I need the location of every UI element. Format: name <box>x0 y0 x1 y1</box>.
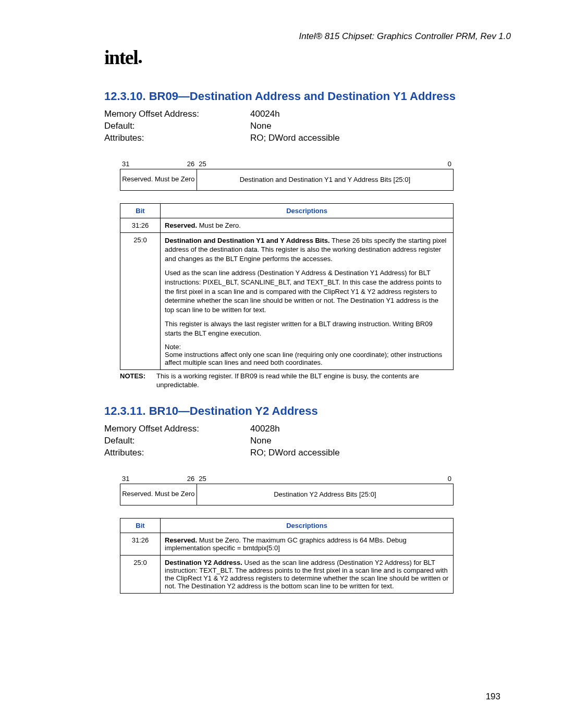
section-heading-br10: 12.3.11. BR10—Destination Y2 Address <box>104 404 511 418</box>
bit-box-main: Destination Y2 Address Bits [25:0] <box>197 484 453 505</box>
intel-logo: intel <box>104 46 511 69</box>
kv-value: None <box>250 120 272 132</box>
kv-label: Default: <box>104 120 250 132</box>
bit-num: 31 <box>122 475 129 483</box>
bit-box-reserved: Reserved. Must be Zero <box>120 484 197 505</box>
bit-table-br10: Bit Descriptions 31:26 Reserved. Must be… <box>120 518 454 594</box>
logo-dot-icon <box>139 60 142 63</box>
bit-table-br09: Bit Descriptions 31:26 Reserved. Must be… <box>120 203 454 370</box>
kv-value: RO; DWord accessible <box>250 132 340 144</box>
bit-num: 26 <box>187 475 194 483</box>
desc-para: Used as the scan line address (Destinati… <box>165 268 449 314</box>
desc-para: This register is always the last registe… <box>165 319 449 338</box>
section-heading-br09: 12.3.10. BR09—Destination Address and De… <box>104 90 511 103</box>
table-row: 31:26 Reserved. Must be Zero. The maximu… <box>120 533 454 555</box>
bit-num: 25 <box>199 160 206 168</box>
desc-note-label: Note: <box>165 343 449 351</box>
notes-text: This is a working register. If BR09 is r… <box>156 372 454 390</box>
desc-bold: Destination and Destination Y1 and Y Add… <box>165 237 330 244</box>
desc-bold: Destination Y2 Address. <box>165 559 242 566</box>
kv-label: Memory Offset Address: <box>104 108 250 120</box>
table-header-desc: Descriptions <box>161 203 454 218</box>
table-header-bit: Bit <box>120 203 161 218</box>
table-header-bit: Bit <box>120 518 161 533</box>
kv-label: Attributes: <box>104 132 250 144</box>
bit-box-main: Destination and Destination Y1 and Y Add… <box>197 169 453 190</box>
bit-cell: 25:0 <box>120 232 161 369</box>
desc-text: Must be Zero. The maximum GC graphics ad… <box>165 536 407 552</box>
desc-note-text: Some instructions affect only one scan l… <box>165 351 449 366</box>
desc-text: Must be Zero. <box>197 221 241 229</box>
bit-num: 0 <box>448 475 451 483</box>
kv-block-br09: Memory Offset Address: 40024h Default: N… <box>104 108 511 144</box>
notes-label: NOTES: <box>120 372 156 390</box>
bit-num: 0 <box>448 160 451 168</box>
table-row: 31:26 Reserved. Must be Zero. <box>120 218 454 232</box>
bit-box-reserved: Reserved. Must be Zero <box>120 169 197 190</box>
desc-bold: Reserved. <box>165 221 197 229</box>
bit-cell: 31:26 <box>120 218 161 232</box>
desc-bold: Reserved. <box>165 536 197 544</box>
bit-cell: 25:0 <box>120 555 161 593</box>
bit-diagram-br10: 3126 250 Reserved. Must be Zero Destinat… <box>120 475 454 505</box>
desc-cell: Reserved. Must be Zero. The maximum GC g… <box>161 533 454 555</box>
bit-cell: 31:26 <box>120 533 161 555</box>
bit-num: 31 <box>122 160 129 168</box>
table-header-desc: Descriptions <box>161 518 454 533</box>
notes-row: NOTES: This is a working register. If BR… <box>120 372 454 390</box>
kv-label: Attributes: <box>104 447 250 459</box>
table-row: 25:0 Destination Y2 Address. Used as the… <box>120 555 454 593</box>
kv-value: None <box>250 435 272 447</box>
kv-block-br10: Memory Offset Address: 40028h Default: N… <box>104 423 511 459</box>
kv-value: 40024h <box>250 108 280 120</box>
desc-cell: Destination Y2 Address. Used as the scan… <box>161 555 454 593</box>
desc-cell: Reserved. Must be Zero. <box>161 218 454 232</box>
bit-num: 25 <box>199 475 206 483</box>
kv-label: Memory Offset Address: <box>104 423 250 435</box>
kv-value: 40028h <box>250 423 280 435</box>
logo-text: intel <box>104 46 138 68</box>
bit-diagram-br09: 3126 250 Reserved. Must be Zero Destinat… <box>120 160 454 191</box>
desc-cell: Destination and Destination Y1 and Y Add… <box>161 232 454 369</box>
doc-header-title: Intel® 815 Chipset: Graphics Controller … <box>63 31 511 42</box>
bit-num: 26 <box>187 160 194 168</box>
kv-label: Default: <box>104 435 250 447</box>
page-number: 193 <box>486 692 500 702</box>
table-row: 25:0 Destination and Destination Y1 and … <box>120 232 454 369</box>
kv-value: RO; DWord accessible <box>250 447 340 459</box>
